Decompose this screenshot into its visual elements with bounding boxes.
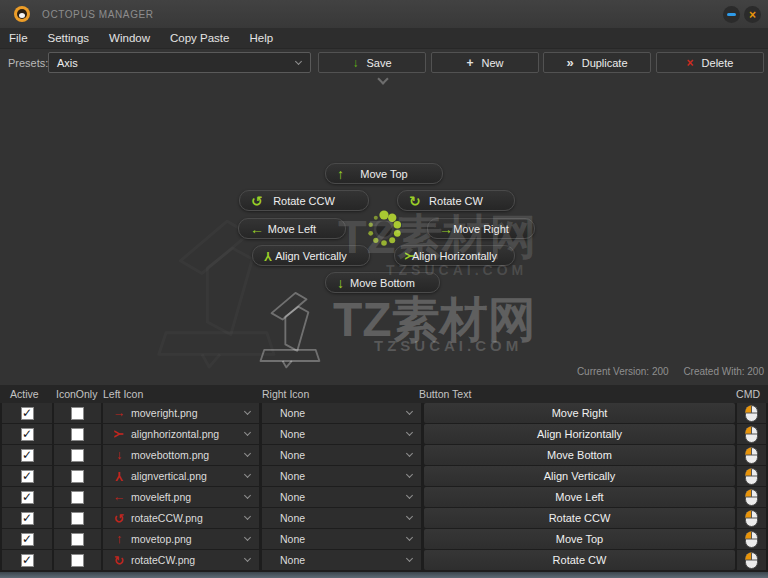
row-button-text[interactable]: Move Top	[424, 529, 735, 549]
duplicate-button-label: Duplicate	[582, 57, 628, 69]
table-header: Active IconOnly Left Icon Right Icon But…	[0, 385, 768, 403]
active-checkbox[interactable]: ✓	[21, 449, 34, 462]
menu-window[interactable]: Window	[99, 32, 160, 44]
icononly-cell	[54, 508, 101, 528]
active-checkbox[interactable]: ✓	[21, 533, 34, 546]
row-button-text[interactable]: Rotate CCW	[424, 508, 735, 528]
right-icon-select[interactable]: None	[262, 508, 421, 528]
row-button-text[interactable]: Rotate CW	[424, 550, 735, 570]
active-checkbox[interactable]: ✓	[21, 512, 34, 525]
move-top-button[interactable]: ↑ Move Top	[325, 163, 443, 184]
left-icon-glyph: Y	[112, 426, 126, 442]
minimize-icon	[727, 13, 736, 16]
chevron-down-icon	[244, 429, 251, 436]
align-horizontally-label: Align Horizontally	[412, 250, 497, 262]
left-icon-select[interactable]: ↓ movebottom.png	[103, 445, 259, 465]
cmd-cell[interactable]	[737, 487, 766, 507]
icononly-checkbox[interactable]	[71, 512, 84, 525]
left-icon-select[interactable]: ↺ rotateCCW.png	[103, 508, 259, 528]
new-button[interactable]: + New	[431, 52, 539, 73]
active-cell: ✓	[2, 466, 52, 486]
rotate-cw-button[interactable]: ↻ Rotate CW	[397, 190, 515, 211]
right-icon-select[interactable]: None	[262, 550, 421, 570]
icononly-checkbox[interactable]	[71, 428, 84, 441]
left-icon-select-label: movebottom.png	[127, 449, 245, 461]
icononly-checkbox[interactable]	[71, 407, 84, 420]
chevron-down-icon	[406, 534, 413, 541]
row-button-text[interactable]: Align Vertically	[424, 466, 735, 486]
right-icon-select[interactable]: None	[262, 487, 421, 507]
left-icon-select[interactable]: ↻ rotateCW.png	[103, 550, 259, 570]
left-icon-select[interactable]: ↑ movetop.png	[103, 529, 259, 549]
cmd-cell[interactable]	[737, 403, 766, 423]
cmd-cell[interactable]	[737, 529, 766, 549]
created-with-text: Created With: 200	[683, 366, 764, 377]
align-vertical-icon: Y	[264, 250, 272, 262]
icononly-checkbox[interactable]	[71, 554, 84, 567]
icononly-checkbox[interactable]	[71, 491, 84, 504]
move-bottom-button[interactable]: ↓ Move Bottom	[325, 272, 440, 293]
left-icon-select[interactable]: → moveright.png	[103, 403, 259, 423]
row-button-text[interactable]: Align Horizontally	[424, 424, 735, 444]
minimize-button[interactable]	[723, 6, 740, 23]
delete-button[interactable]: × Delete	[656, 52, 764, 73]
menu-help[interactable]: Help	[239, 32, 283, 44]
right-icon-select[interactable]: None	[262, 424, 421, 444]
right-icon-select[interactable]: None	[262, 466, 421, 486]
watermark-title: TZ素材网	[333, 288, 536, 352]
left-icon-select[interactable]: Y alignhorizontal.png	[103, 424, 259, 444]
header-left-icon: Left Icon	[103, 388, 143, 400]
left-icon-select[interactable]: Y alignvertical.png	[103, 466, 259, 486]
arrow-down-icon: ↓	[337, 276, 344, 290]
row-button-text[interactable]: Move Left	[424, 487, 735, 507]
align-vertically-button[interactable]: Y Align Vertically	[252, 245, 370, 266]
row-button-text[interactable]: Move Right	[424, 403, 735, 423]
presets-select[interactable]: Axis	[48, 52, 311, 73]
icononly-checkbox[interactable]	[71, 449, 84, 462]
move-left-button[interactable]: ← Move Left	[238, 218, 346, 239]
active-checkbox[interactable]: ✓	[21, 491, 34, 504]
right-icon-select[interactable]: None	[262, 403, 421, 423]
left-icon-glyph: →	[111, 406, 127, 420]
octopus-spinner-icon	[362, 207, 406, 251]
icononly-checkbox[interactable]	[71, 533, 84, 546]
table-row: ✓ ← moveleft.png None Move Left	[0, 487, 768, 507]
right-icon-select-label: None	[262, 470, 407, 482]
left-icon-glyph: ↻	[111, 553, 127, 568]
move-right-button[interactable]: → Move Right	[427, 218, 535, 239]
collapse-panel-chevron-icon[interactable]	[377, 73, 388, 84]
cmd-cell[interactable]	[737, 466, 766, 486]
double-chevron-icon: »	[566, 56, 573, 69]
menu-settings[interactable]: Settings	[38, 32, 100, 44]
right-icon-select[interactable]: None	[262, 529, 421, 549]
icononly-checkbox[interactable]	[71, 470, 84, 483]
left-icon-select[interactable]: ← moveleft.png	[103, 487, 259, 507]
app-window: OCTOPUS MANAGER × File Settings Window C…	[0, 0, 768, 578]
row-button-text[interactable]: Move Bottom	[424, 445, 735, 465]
menu-copy-paste[interactable]: Copy Paste	[160, 32, 239, 44]
left-icon-select-label: alignhorizontal.png	[127, 428, 245, 440]
active-checkbox[interactable]: ✓	[21, 470, 34, 483]
active-checkbox[interactable]: ✓	[21, 554, 34, 567]
left-icon-glyph: Y	[111, 469, 127, 483]
left-icon-select-label: rotateCW.png	[127, 554, 245, 566]
rotate-ccw-button[interactable]: ↺ Rotate CCW	[239, 190, 369, 211]
left-icon-glyph: ↓	[111, 448, 127, 462]
align-horizontally-button[interactable]: Y Align Horizontally	[394, 245, 515, 266]
duplicate-button[interactable]: » Duplicate	[543, 52, 651, 73]
cmd-cell[interactable]	[737, 550, 766, 570]
table-body: ✓ → moveright.png None Move Right ✓	[0, 403, 768, 571]
close-button[interactable]: ×	[744, 6, 761, 23]
left-icon-glyph: ←	[111, 490, 127, 504]
left-icon-select-label: moveleft.png	[127, 491, 245, 503]
cmd-cell[interactable]	[737, 508, 766, 528]
active-checkbox[interactable]: ✓	[21, 428, 34, 441]
cmd-cell[interactable]	[737, 424, 766, 444]
save-button[interactable]: ↓ Save	[318, 52, 426, 73]
menu-file[interactable]: File	[0, 32, 38, 44]
left-icon-select-label: movetop.png	[127, 533, 245, 545]
right-icon-select[interactable]: None	[262, 445, 421, 465]
cmd-cell[interactable]	[737, 445, 766, 465]
active-checkbox[interactable]: ✓	[21, 407, 34, 420]
chevron-down-icon	[244, 555, 251, 562]
